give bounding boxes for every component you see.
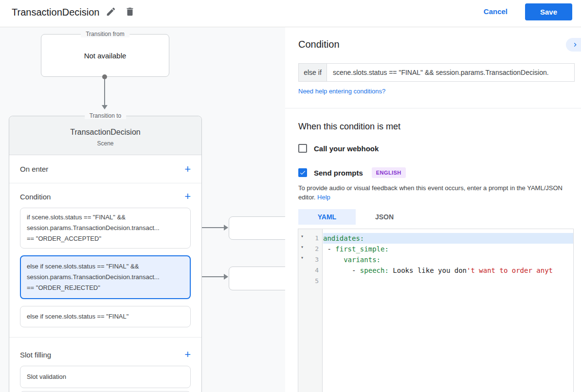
page-title: TransactionDecision	[12, 7, 99, 18]
line-number: 3	[315, 254, 319, 265]
arrow-right-icon	[224, 274, 228, 280]
arrow-down-icon	[102, 105, 108, 109]
add-on-enter-button[interactable]: +	[184, 164, 191, 175]
cancel-button[interactable]: Cancel	[484, 7, 508, 16]
condition-input-row: else if	[298, 63, 575, 82]
on-enter-row: On enter +	[9, 155, 201, 183]
add-condition-button[interactable]: +	[184, 191, 191, 202]
transition-target-box[interactable]	[229, 267, 285, 290]
condition-inspector-panel: Condition else if Need help entering con…	[285, 27, 581, 392]
on-enter-label: On enter	[20, 165, 48, 173]
chevron-right-icon	[571, 41, 579, 49]
call-webhook-row: Call your webhook	[298, 144, 379, 153]
condition-section: Condition + if scene.slots.status == "FI…	[9, 191, 201, 338]
code-line-3: variants:	[323, 254, 573, 265]
section-divider	[9, 337, 201, 338]
transition-to-legend: Transition to	[85, 112, 127, 119]
slot-filling-section: Slot filling + Slot validation	[9, 349, 201, 392]
line-number: 2	[315, 244, 319, 254]
inspector-title: Condition	[298, 39, 340, 50]
slot-validation-card[interactable]: Slot validation	[20, 366, 191, 388]
condition-expression-input[interactable]	[327, 63, 575, 82]
transition-from-value: Not available	[84, 52, 127, 60]
save-button[interactable]: Save	[525, 3, 572, 20]
condition-card-final[interactable]: else if scene.slots.status == "FINAL"	[20, 306, 191, 327]
scene-name: TransactionDecision	[9, 116, 201, 137]
add-slot-button[interactable]: +	[184, 349, 191, 360]
edit-icon[interactable]	[106, 6, 116, 17]
editor-gutter: ▾ 1 ▾ 2 ▾ 3 4 5	[298, 229, 323, 392]
send-prompts-label: Send prompts	[314, 169, 363, 177]
transition-from-legend: Transition from	[81, 31, 129, 37]
operator-label: else if	[298, 63, 327, 82]
fold-arrow-icon[interactable]: ▾	[301, 244, 304, 249]
tab-json[interactable]: JSON	[356, 209, 413, 225]
code-line-1: andidates:	[323, 233, 573, 244]
help-link[interactable]: Help	[317, 194, 330, 201]
send-prompts-checkbox[interactable]	[298, 168, 307, 177]
scene-header: TransactionDecision Scene	[9, 116, 201, 155]
code-line-5	[323, 276, 573, 286]
flow-canvas: Transition from Not available Transition…	[0, 27, 285, 392]
fold-arrow-icon[interactable]: ▾	[301, 255, 304, 260]
conditions-help-link[interactable]: Need help entering conditions?	[298, 88, 385, 95]
call-webhook-label: Call your webhook	[314, 144, 379, 153]
prompts-description: To provide audio or visual feedback when…	[298, 183, 571, 202]
connector-line	[104, 79, 105, 105]
check-icon	[299, 169, 306, 177]
language-badge: ENGLISH	[372, 167, 406, 178]
arrow-right-icon	[224, 225, 228, 231]
condition-section-label: Condition	[20, 193, 51, 201]
delete-icon[interactable]	[125, 6, 135, 17]
scene-type: Scene	[9, 137, 201, 147]
line-number: 5	[315, 276, 319, 286]
collapse-panel-button[interactable]	[566, 38, 581, 52]
fold-arrow-icon[interactable]: ▾	[301, 233, 304, 239]
slot-filling-label: Slot filling	[20, 351, 51, 359]
condition-card-accepted[interactable]: if scene.slots.status == "FINAL" && sess…	[20, 208, 191, 249]
topbar: TransactionDecision Cancel Save	[0, 0, 581, 27]
condition-card-rejected-selected[interactable]: else if scene.slots.status == "FINAL" &&…	[20, 255, 191, 299]
connector-dot	[102, 74, 107, 79]
line-number: 1	[315, 233, 319, 244]
divider	[285, 108, 581, 108]
when-condition-met-title: When this condition is met	[298, 122, 400, 132]
line-number: 4	[315, 265, 319, 276]
yaml-code-editor[interactable]: ▾ 1 ▾ 2 ▾ 3 4 5 andidates: - first_simpl…	[298, 229, 574, 392]
send-prompts-row: Send prompts ENGLISH	[298, 167, 406, 178]
editor-tabs: YAML JSON	[298, 209, 413, 225]
tab-yaml[interactable]: YAML	[298, 209, 356, 225]
transition-target-box[interactable]	[229, 216, 285, 240]
code-line-4: - speech: Looks like you don't want to o…	[323, 265, 573, 276]
transition-from-box: Transition from Not available	[41, 34, 169, 77]
call-webhook-checkbox[interactable]	[298, 144, 307, 153]
editor-code-area[interactable]: andidates: - first_simple: variants: - s…	[323, 229, 573, 392]
transition-to-panel: Transition to TransactionDecision Scene …	[9, 116, 202, 392]
code-line-2: - first_simple:	[323, 244, 573, 254]
